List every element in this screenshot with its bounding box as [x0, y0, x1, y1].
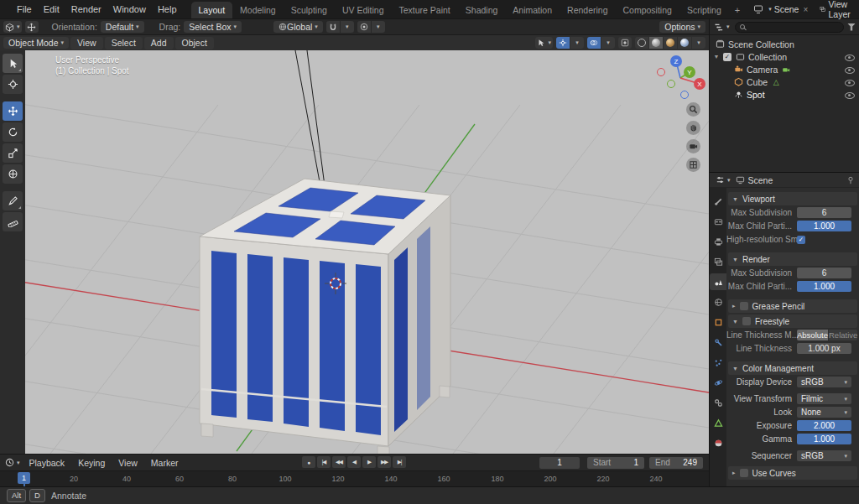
- tab-world-properties[interactable]: [710, 294, 726, 310]
- playback-menu[interactable]: Playback: [23, 458, 71, 468]
- shading-wireframe-button[interactable]: [635, 37, 648, 49]
- mode-relative-button[interactable]: Relative: [829, 330, 857, 340]
- outliner-row-camera[interactable]: Camera: [710, 63, 859, 75]
- tab-uv-editing[interactable]: UV Editing: [335, 2, 392, 18]
- menu-help[interactable]: Help: [152, 4, 183, 14]
- active-tool-icon[interactable]: [25, 21, 39, 33]
- spot-visibility-eye-icon[interactable]: [844, 90, 855, 100]
- shading-material-button[interactable]: [664, 37, 677, 49]
- scale-tool[interactable]: [3, 143, 23, 163]
- render-max-child-slider[interactable]: 1.000: [797, 281, 851, 292]
- current-frame-field[interactable]: 1: [539, 457, 580, 469]
- shading-dropdown[interactable]: ▾: [692, 37, 705, 49]
- tab-modeling[interactable]: Modeling: [232, 2, 284, 18]
- overlays-dropdown[interactable]: ▾: [601, 37, 615, 49]
- editor-type-button[interactable]: ▾: [3, 21, 22, 33]
- collection-visibility-eye-icon[interactable]: [844, 52, 855, 62]
- tab-scene-properties[interactable]: [710, 273, 726, 290]
- pin-icon[interactable]: [846, 176, 855, 184]
- menu-window[interactable]: Window: [107, 4, 152, 14]
- tab-material-properties[interactable]: [710, 434, 726, 451]
- axis-z-neg-ball[interactable]: [681, 91, 689, 99]
- jump-to-end-button[interactable]: ▶|: [393, 456, 406, 468]
- frame-start-field[interactable]: Start 1: [587, 457, 644, 469]
- measure-tool[interactable]: [3, 212, 23, 231]
- add-workspace-button[interactable]: +: [729, 2, 746, 18]
- viewport-canvas[interactable]: Z Y X: [0, 50, 709, 454]
- use-curves-checkbox[interactable]: [740, 469, 748, 477]
- exposure-slider[interactable]: 2.000: [797, 420, 851, 431]
- options-dropdown[interactable]: Options ▾: [659, 21, 705, 33]
- select-menu[interactable]: Select: [105, 37, 143, 49]
- timeline-ruler[interactable]: 20 40 60 80 100 120 140 160 180 200 220 …: [0, 470, 709, 487]
- tab-physics-properties[interactable]: [710, 374, 726, 391]
- next-keyframe-button[interactable]: ▶▶: [377, 456, 391, 468]
- pan-button[interactable]: [686, 121, 700, 135]
- timeline-view-menu[interactable]: View: [112, 458, 143, 468]
- timeline-editor-button[interactable]: ▾: [3, 457, 22, 469]
- tab-shading[interactable]: Shading: [458, 2, 506, 18]
- outliner-editor-button[interactable]: ▾: [713, 21, 731, 33]
- menu-file[interactable]: File: [11, 4, 38, 14]
- render-max-subdivision-field[interactable]: 6: [797, 268, 851, 278]
- camera-view-button[interactable]: [686, 139, 700, 153]
- select-box-tool[interactable]: [3, 54, 23, 73]
- tab-object-properties[interactable]: [710, 314, 726, 330]
- shading-rendered-button[interactable]: [678, 37, 691, 49]
- outliner-row-collection[interactable]: ▼ ✓ Collection: [710, 50, 859, 63]
- menu-render[interactable]: Render: [65, 4, 107, 14]
- freestyle-checkbox[interactable]: [742, 317, 751, 325]
- scene-selector[interactable]: ▾ Scene ×: [753, 4, 810, 14]
- tab-render-properties[interactable]: [710, 213, 726, 230]
- object-menu[interactable]: Object: [175, 37, 214, 49]
- tab-sculpting[interactable]: Sculpting: [284, 2, 335, 18]
- proportional-falloff-dropdown[interactable]: ▾: [372, 21, 385, 33]
- panel-freestyle[interactable]: ▼ Freestyle: [728, 314, 857, 328]
- xray-toggle[interactable]: [618, 37, 632, 49]
- scene-unlink-icon[interactable]: ×: [801, 5, 810, 14]
- zoom-button[interactable]: [686, 102, 700, 117]
- properties-editor-button[interactable]: ▾: [714, 174, 732, 186]
- panel-render[interactable]: ▼ Render: [728, 252, 857, 266]
- tab-output-properties[interactable]: [710, 233, 726, 250]
- keying-menu[interactable]: Keying: [72, 458, 111, 468]
- panel-grease-pencil[interactable]: ▸ Grease Pencil: [728, 299, 857, 313]
- outliner-row-spot[interactable]: Spot: [710, 88, 859, 101]
- move-tool[interactable]: [3, 101, 23, 121]
- play-reverse-button[interactable]: ◀: [347, 456, 361, 468]
- filter-icon[interactable]: [847, 23, 856, 31]
- tab-scripting[interactable]: Scripting: [679, 2, 729, 18]
- grease-pencil-checkbox[interactable]: [740, 302, 748, 310]
- snap-toggle[interactable]: [326, 21, 340, 33]
- outliner-search-input[interactable]: [748, 23, 839, 32]
- cursor-tool[interactable]: [3, 75, 23, 94]
- frame-end-field[interactable]: End 249: [649, 457, 703, 469]
- gamma-slider[interactable]: 1.000: [797, 434, 851, 444]
- mode-absolute-button[interactable]: Absolute: [797, 330, 828, 340]
- outliner-row-cube[interactable]: Cube △: [710, 75, 859, 88]
- sequencer-dropdown[interactable]: sRGB ▾: [797, 450, 851, 461]
- menu-edit[interactable]: Edit: [38, 4, 65, 14]
- panel-use-curves[interactable]: ▸ Use Curves: [728, 466, 857, 480]
- transform-orientation-dropdown[interactable]: Global ▾: [273, 21, 323, 33]
- mode-dropdown[interactable]: Object Mode ▾: [3, 37, 69, 49]
- play-button[interactable]: ▶: [362, 456, 376, 468]
- axis-y-neg-ball[interactable]: [668, 81, 675, 88]
- gizmos-dropdown[interactable]: ▾: [570, 37, 584, 49]
- panel-viewport[interactable]: ▼ Viewport: [728, 192, 857, 205]
- display-device-dropdown[interactable]: sRGB ▾: [797, 377, 851, 387]
- view-transform-dropdown[interactable]: Filmic ▾: [797, 393, 851, 404]
- add-menu[interactable]: Add: [144, 37, 174, 49]
- tab-view-layer-properties[interactable]: [710, 253, 726, 270]
- tab-tool-properties[interactable]: [710, 193, 726, 210]
- tab-layout[interactable]: Layout: [191, 2, 233, 18]
- collection-checkbox[interactable]: ✓: [723, 53, 731, 61]
- view-menu[interactable]: View: [70, 37, 103, 49]
- max-child-slider[interactable]: 1.000: [797, 221, 851, 231]
- cube-visibility-eye-icon[interactable]: [844, 77, 855, 87]
- show-gizmos-toggle[interactable]: [556, 37, 570, 49]
- shading-solid-button[interactable]: [649, 37, 663, 49]
- tab-data-properties[interactable]: [710, 414, 726, 431]
- tab-rendering[interactable]: Rendering: [560, 2, 615, 18]
- panel-color-management[interactable]: ▼ Color Management: [728, 361, 857, 375]
